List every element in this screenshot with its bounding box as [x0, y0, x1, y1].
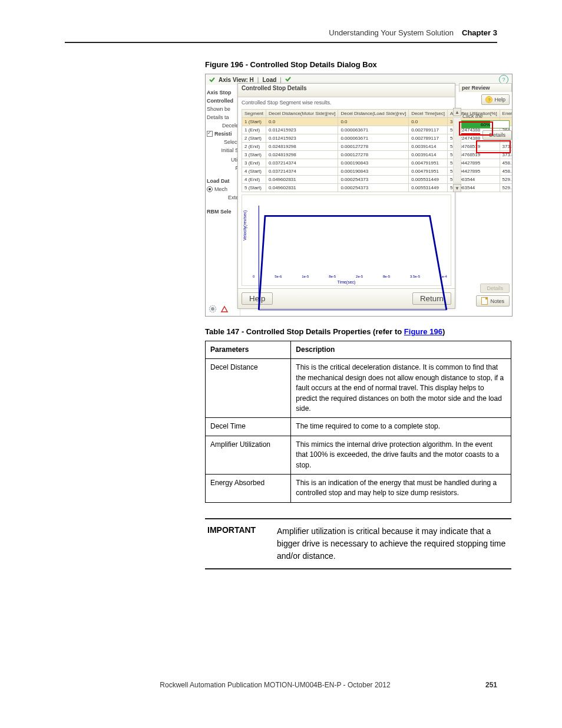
seg-cell: 4 (End) [242, 176, 266, 184]
left-decele: Decele [207, 123, 239, 129]
page-footer: Rockwell Automation Publication MOTION-U… [65, 681, 497, 689]
seg-cell: 0.005531449 [409, 184, 448, 192]
table-caption-text: Table 147 - Controlled Stop Details Prop… [205, 327, 404, 336]
seg-cell: 0.000254373 [338, 176, 409, 184]
seg-cell: 0.049602831 [266, 176, 338, 184]
col-description: Description [291, 341, 511, 359]
seg-cell: 0.0 [409, 118, 448, 126]
seg-cell: 0.005531449 [409, 176, 448, 184]
table-caption-link[interactable]: Figure 196 [404, 327, 442, 336]
mech-radio[interactable] [207, 186, 213, 192]
resisti-checkbox[interactable] [207, 131, 213, 137]
table-row-param: Amplifier Utilization [206, 436, 291, 474]
seg-cell: 3 (Start) [242, 151, 266, 159]
seg-cell: 0.000127278 [338, 151, 409, 159]
table-row-param: Decel Time [206, 418, 291, 436]
mech-label: Mech [214, 186, 227, 192]
seg-cell: 0.037214374 [266, 167, 338, 176]
left-controlled: Controlled [207, 98, 239, 104]
seg-cell: 3 (End) [242, 159, 266, 167]
left-resisti-row[interactable]: Resisti [207, 131, 239, 137]
important-text: Amplifier utilization is critical becaus… [277, 525, 509, 562]
chart-xtick: 0 [253, 275, 254, 278]
seg-cell: 0.000127278 [338, 143, 409, 151]
seg-cell: 0.012415923 [266, 126, 338, 134]
running-title: Understanding Your System Solution [329, 28, 454, 37]
screenshot-box: Axis View: H | Load | ? Axis Stop Contro… [205, 74, 513, 317]
dialog-title: Controlled Stop Details [238, 84, 455, 97]
seg-col[interactable]: Segment [242, 110, 266, 118]
chart-xtick: 8e-5 [329, 275, 336, 278]
triangle-icon[interactable] [220, 304, 229, 314]
seg-col[interactable]: Decel Time[sec] [409, 110, 448, 118]
click-the-text: Click the [459, 107, 512, 120]
resisti-label: Resisti [214, 131, 232, 137]
seg-cell: 0.00391414 [409, 151, 448, 159]
table-row-desc: This is the critical deceleration distan… [291, 359, 511, 418]
left-mech-row[interactable]: Mech [207, 186, 239, 192]
seg-cell: 0.004791951 [409, 167, 448, 176]
seg-col[interactable]: Decel Distance(Motor Side)[rev] [266, 110, 338, 118]
load-check2-icon [285, 76, 291, 83]
left-initial: Initial S [207, 147, 239, 153]
page-number: 251 [485, 681, 497, 689]
load-tab[interactable]: Load [262, 77, 276, 83]
chart-svg [242, 195, 451, 317]
svg-point-2 [211, 307, 214, 311]
figure-caption: Figure 196 - Controlled Stop Details Dia… [205, 60, 511, 69]
controlled-stop-dialog: Controlled Stop Details Controlled Stop … [237, 83, 455, 309]
table-caption: Table 147 - Controlled Stop Details Prop… [205, 327, 511, 336]
table-caption-tail: ) [442, 327, 445, 336]
left-axis-stop[interactable]: Axis Stop [207, 90, 239, 95]
left-shown: Shown be [207, 106, 239, 112]
seg-cell: 0.000190843 [338, 159, 409, 167]
gear-icon[interactable] [208, 304, 217, 314]
col-parameters: Parameters [206, 341, 291, 359]
properties-table: Parameters Description Decel DistanceThi… [205, 341, 511, 503]
help-button-label: Help [494, 97, 505, 103]
seg-cell: 0.024819298 [266, 151, 338, 159]
seg-cell: 0.002789117 [409, 134, 448, 143]
seg-cell: 0.000254373 [338, 184, 409, 192]
seg-cell: 0.00391414 [409, 143, 448, 151]
chart-xticks: 05e-61e-58e-52e-58e-53.5e-51e-4 [253, 275, 447, 278]
progress-bar: 60% [461, 120, 510, 129]
important-block: IMPORTANT Amplifier utilization is criti… [205, 518, 511, 569]
table-row-param: Decel Distance [206, 359, 291, 418]
seg-cell: 0.049602831 [266, 184, 338, 192]
chart-area: Velocity(rev/sec) 05e-61e-58e-52e-58e-53… [242, 195, 451, 286]
seg-cell: 4 (Start) [242, 167, 266, 176]
bottom-left-icons [208, 304, 229, 314]
notes-button[interactable]: Notes [476, 295, 510, 307]
chart-xlabel: Time(sec) [338, 280, 356, 284]
axis-view-label: Axis View: H [219, 77, 254, 83]
chart-xtick: 3.5e-5 [410, 275, 420, 278]
table-row-param: Energy Absorbed [206, 474, 291, 502]
seg-cell: 0.000190843 [338, 167, 409, 176]
notes-button-label: Notes [490, 298, 504, 304]
important-label: IMPORTANT [207, 525, 266, 562]
notes-icon [481, 297, 488, 305]
chart-xtick: 1e-5 [302, 275, 309, 278]
seg-cell: 0.0 [266, 118, 338, 126]
seg-col[interactable]: Decel Distance(Load Side)[rev] [338, 110, 409, 118]
details-button-disabled: Details [480, 284, 510, 293]
per-review-tab[interactable]: per Review [459, 83, 512, 92]
footer-publication: Rockwell Automation Publication MOTION-U… [160, 681, 390, 689]
left-rail: Axis Stop Controlled Shown be Details ta… [206, 85, 240, 316]
content-column: Figure 196 - Controlled Stop Details Dia… [205, 60, 511, 569]
table-row-desc: The time required to come to a complete … [291, 418, 511, 436]
seg-cell: 0.037214374 [266, 159, 338, 167]
seg-cell: 0.012415923 [266, 134, 338, 143]
progress-percent: 60% [462, 121, 509, 128]
left-details-ta: Details ta [207, 114, 239, 120]
table-row-desc: This is an indication of the energy that… [291, 474, 511, 502]
seg-cell: 2 (End) [242, 143, 266, 151]
chart-xtick: 8e-5 [383, 275, 390, 278]
segment-table-wrap: SegmentDecel Distance(Motor Side)[rev]De… [238, 108, 455, 192]
details-button[interactable]: Details [482, 130, 512, 140]
svg-marker-4 [222, 307, 227, 312]
help-button[interactable]: ? Help [481, 94, 510, 105]
table-row-desc: This mimics the internal drive protectio… [291, 436, 511, 474]
seg-cell: 5 (Start) [242, 184, 266, 192]
